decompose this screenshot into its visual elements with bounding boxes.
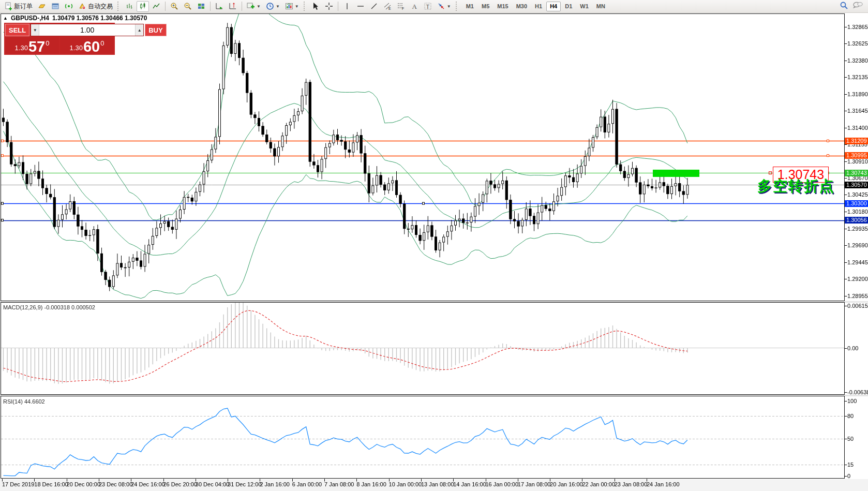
chevron-down-icon: ▼ [257, 4, 261, 9]
templates-button[interactable]: ▼ [283, 1, 301, 12]
horizontal-line-tool-button[interactable] [354, 1, 367, 12]
toolbar-grip [456, 2, 459, 11]
periods-button[interactable]: ▼ [264, 1, 282, 12]
timeframe-W1[interactable]: W1 [576, 2, 592, 11]
chart-collapse-icon[interactable]: ▲ [3, 16, 8, 21]
chat-bubbles-icon [852, 1, 863, 9]
sell-price-sup: 0 [46, 39, 49, 47]
svg-text:T: T [426, 4, 429, 10]
macd-values: -0.000318 0.000502 [44, 304, 95, 310]
macd-axis-label: 0.006157 [847, 303, 868, 309]
text-label-tool-button[interactable]: T [422, 1, 434, 12]
crosshair-icon [325, 2, 333, 10]
candlestick-icon [139, 2, 147, 10]
new-order-button[interactable]: 新订单 [2, 1, 35, 12]
svg-text:A: A [412, 3, 417, 10]
signals-button[interactable] [63, 1, 75, 12]
volume-control: ▼ ▲ [31, 24, 144, 36]
zoom-in-button[interactable] [168, 1, 181, 12]
sell-price[interactable]: 1.30 57 0 [5, 37, 59, 54]
time-axis-label: 24 Jan 16:00 [647, 481, 680, 487]
text-tool-button[interactable]: A [408, 1, 421, 12]
timeframe-D1[interactable]: D1 [561, 2, 576, 11]
sell-button[interactable]: SELL [5, 24, 29, 36]
chart-profiles-button[interactable] [36, 1, 48, 12]
chart-shift-button[interactable] [227, 1, 239, 12]
time-axis-label: 26 Dec 20:00 [163, 481, 197, 487]
add-indicator-button[interactable]: ▼ [245, 1, 263, 12]
rsi-name: RSI(14) [3, 398, 23, 405]
timeframe-M5[interactable]: M5 [478, 2, 493, 11]
timeframe-H1[interactable]: H1 [531, 2, 546, 11]
toolbar-separator [210, 2, 211, 11]
price-tick-label: 1.29935 [847, 226, 868, 232]
buy-price[interactable]: 1.30 60 0 [60, 37, 114, 54]
cursor-arrow-icon [311, 2, 320, 10]
volume-decrease-button[interactable]: ▼ [31, 24, 39, 36]
channel-tool-button[interactable]: E [381, 1, 394, 12]
zoom-out-button[interactable] [182, 1, 194, 12]
rsi-axis-label: 15 [847, 462, 854, 468]
volume-input[interactable] [39, 24, 135, 36]
chevron-down-icon: ▼ [276, 4, 280, 9]
rsi-axis-label: 100 [847, 398, 857, 404]
price-tick-label: 1.30180 [847, 209, 868, 215]
toolbar-separator [242, 2, 242, 11]
search-button[interactable] [840, 1, 848, 12]
toolbar-separator [165, 2, 166, 11]
market-watch-button[interactable] [49, 1, 62, 12]
cursor-button[interactable] [309, 1, 322, 12]
price-tick-label: 1.31890 [847, 91, 868, 97]
vertical-line-tool-button[interactable] [341, 1, 353, 12]
sell-price-big: 57 [28, 40, 45, 54]
buy-price-small: 1.30 [70, 44, 83, 52]
macd-name: MACD(12,26,9) [3, 304, 42, 310]
price-level-chip: 1.30570 [845, 182, 868, 188]
rsi-axis-label: 50 [847, 436, 854, 442]
timeframe-M15[interactable]: M15 [493, 2, 512, 11]
volume-increase-button[interactable]: ▲ [135, 24, 143, 36]
tile-windows-icon [197, 2, 205, 10]
tile-windows-button[interactable] [195, 1, 207, 12]
timeframe-MN[interactable]: MN [593, 2, 609, 11]
time-axis-label: 23 Jan 08:00 [615, 481, 648, 487]
time-axis-label: 2 Jan 16:00 [260, 481, 290, 487]
fibonacci-tool-button[interactable]: F [395, 1, 407, 12]
chevron-down-icon: ▼ [447, 4, 451, 9]
time-axis-label: 18 Dec 16:00 [34, 481, 68, 487]
line-chart-type-button[interactable] [150, 1, 162, 12]
line-chart-icon [152, 2, 160, 10]
add-indicator-icon [247, 2, 255, 10]
shapes-arrows-button[interactable]: ▼ [435, 1, 453, 12]
macd-axis-label: -0.00638 [847, 389, 868, 395]
zoom-out-icon [184, 2, 192, 10]
auto-scroll-icon [215, 2, 223, 10]
chart-canvas[interactable] [0, 0, 868, 491]
bar-chart-type-button[interactable] [123, 1, 136, 12]
pivot-note-text[interactable]: 多空转折点 [757, 176, 835, 196]
timeframe-M30[interactable]: M30 [513, 2, 531, 11]
time-axis-label: 10 Jan 00:00 [389, 481, 422, 487]
buy-price-big: 60 [83, 40, 100, 54]
community-button[interactable] [852, 1, 863, 11]
time-axis-label: 30 Dec 04:00 [196, 481, 229, 487]
auto-trading-button[interactable]: 自动交易 [76, 1, 115, 12]
price-level-chip: 1.30300 [845, 200, 868, 207]
price-tick-label: 1.30910 [847, 158, 868, 165]
auto-scroll-button[interactable] [213, 1, 226, 12]
crosshair-button[interactable] [323, 1, 335, 12]
candlestick-type-button[interactable] [137, 1, 149, 12]
arrows-icon [437, 2, 445, 10]
market-watch-icon [51, 2, 59, 10]
rsi-axis-label: 80 [847, 413, 854, 419]
timeframe-M1[interactable]: M1 [462, 2, 477, 11]
price-level-chip: 1.31209 [845, 138, 868, 144]
trendline-tool-button[interactable] [368, 1, 380, 12]
clock-icon [266, 2, 274, 10]
time-axis-label: 17 Dec 2019 [2, 481, 34, 487]
svg-text:F: F [402, 7, 404, 10]
template-icon [285, 2, 293, 10]
text-label-icon: T [424, 2, 432, 10]
buy-button[interactable]: BUY [145, 24, 166, 36]
timeframe-H4[interactable]: H4 [546, 2, 561, 11]
